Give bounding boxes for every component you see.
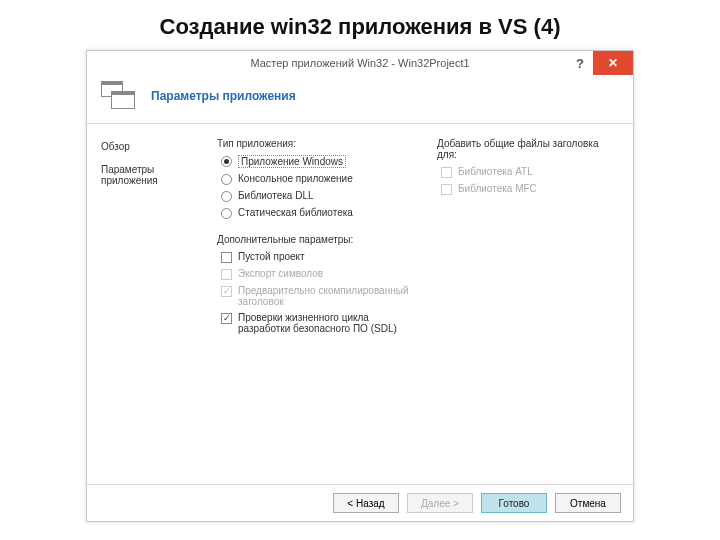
sidebar-item-appsettings[interactable]: Параметры приложения bbox=[101, 161, 197, 189]
titlebar: Мастер приложений Win32 - Win32Project1 … bbox=[87, 51, 633, 75]
checkbox-label: Библиотека MFC bbox=[458, 183, 537, 194]
wizard-window: Мастер приложений Win32 - Win32Project1 … bbox=[86, 50, 634, 522]
windows-app-icon bbox=[101, 81, 139, 111]
sidebar: Обзор Параметры приложения bbox=[87, 124, 203, 484]
radio-icon bbox=[221, 156, 232, 167]
checkbox-icon bbox=[441, 167, 452, 178]
wizard-footer: < Назад Далее > Готово Отмена bbox=[87, 484, 633, 521]
checkbox-icon: ✓ bbox=[221, 286, 232, 297]
radio-windows-app[interactable]: Приложение Windows bbox=[217, 155, 417, 168]
checkbox-icon bbox=[441, 184, 452, 195]
check-mfc: Библиотека MFC bbox=[437, 183, 619, 195]
check-atl: Библиотека ATL bbox=[437, 166, 619, 178]
radio-console-app[interactable]: Консольное приложение bbox=[217, 173, 417, 185]
radio-icon bbox=[221, 208, 232, 219]
commonheaders-group-label: Добавить общие файлы заголовка для: bbox=[437, 138, 619, 160]
close-icon: ✕ bbox=[608, 56, 618, 70]
checkbox-label: Экспорт символов bbox=[238, 268, 323, 279]
check-sdl[interactable]: ✓ Проверки жизненного цикла разработки б… bbox=[217, 312, 417, 334]
sidebar-item-overview[interactable]: Обзор bbox=[101, 138, 197, 155]
radio-icon bbox=[221, 191, 232, 202]
finish-button[interactable]: Готово bbox=[481, 493, 547, 513]
next-button: Далее > bbox=[407, 493, 473, 513]
radio-label: Консольное приложение bbox=[238, 173, 353, 184]
radio-label: Библиотека DLL bbox=[238, 190, 314, 201]
header-title: Параметры приложения bbox=[151, 89, 296, 103]
apptype-group-label: Тип приложения: bbox=[217, 138, 417, 149]
close-button[interactable]: ✕ bbox=[593, 51, 633, 75]
checkbox-label: Библиотека ATL bbox=[458, 166, 533, 177]
checkbox-icon bbox=[221, 252, 232, 263]
check-precompiled-header: ✓ Предварительно скомпилированный заголо… bbox=[217, 285, 417, 307]
radio-dll[interactable]: Библиотека DLL bbox=[217, 190, 417, 202]
wizard-header: Параметры приложения bbox=[87, 75, 633, 124]
window-title: Мастер приложений Win32 - Win32Project1 bbox=[250, 57, 469, 69]
check-empty-project[interactable]: Пустой проект bbox=[217, 251, 417, 263]
wizard-body: Обзор Параметры приложения Тип приложени… bbox=[87, 124, 633, 484]
cancel-button[interactable]: Отмена bbox=[555, 493, 621, 513]
checkbox-label: Предварительно скомпилированный заголово… bbox=[238, 285, 417, 307]
extraparams-group-label: Дополнительные параметры: bbox=[217, 234, 417, 245]
radio-label: Приложение Windows bbox=[238, 155, 346, 168]
help-button[interactable]: ? bbox=[567, 51, 593, 75]
slide-title: Создание win32 приложения в VS (4) bbox=[0, 0, 720, 50]
checkbox-icon bbox=[221, 269, 232, 280]
radio-label: Статическая библиотека bbox=[238, 207, 353, 218]
check-export-symbols: Экспорт символов bbox=[217, 268, 417, 280]
checkbox-label: Пустой проект bbox=[238, 251, 305, 262]
back-button[interactable]: < Назад bbox=[333, 493, 399, 513]
radio-icon bbox=[221, 174, 232, 185]
content: Тип приложения: Приложение Windows Консо… bbox=[203, 124, 633, 484]
checkbox-label: Проверки жизненного цикла разработки без… bbox=[238, 312, 417, 334]
checkbox-icon: ✓ bbox=[221, 313, 232, 324]
radio-static-lib[interactable]: Статическая библиотека bbox=[217, 207, 417, 219]
